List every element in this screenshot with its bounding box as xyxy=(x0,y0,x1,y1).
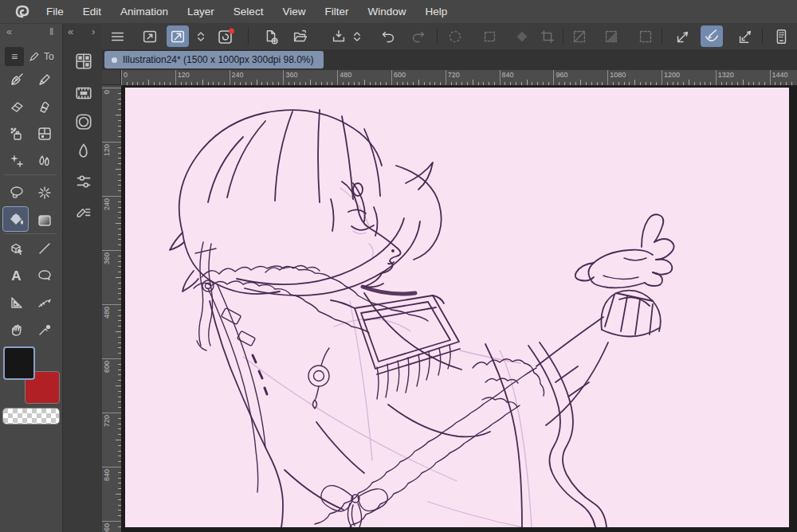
tool-palette-header: « ‖ xyxy=(0,24,62,43)
ruler-corner xyxy=(102,70,121,85)
text-tool-glyph: A xyxy=(11,269,21,283)
canvas[interactable] xyxy=(125,88,789,527)
fill-tool[interactable] xyxy=(2,206,29,232)
panel-menu-icon[interactable]: ≡ xyxy=(5,47,24,66)
tablet-mode-button[interactable] xyxy=(770,25,792,47)
app-logo-icon xyxy=(13,3,32,21)
frame-border-tool[interactable] xyxy=(3,290,29,315)
sub-palette-header: « › xyxy=(63,24,102,43)
reselect-button[interactable] xyxy=(479,25,501,47)
menu-bar: FileEditAnimationLayerSelectViewFilterWi… xyxy=(0,0,797,23)
menu-item[interactable]: View xyxy=(273,6,315,18)
switch-workspace-alt-button[interactable] xyxy=(167,25,189,47)
snap-to-grid-button[interactable] xyxy=(734,25,756,47)
undo-button[interactable] xyxy=(377,25,399,47)
switch-workspace-button[interactable] xyxy=(139,25,161,47)
ruler-vertical[interactable]: 0120240360480600720840960 xyxy=(102,85,121,532)
decoration-tool[interactable] xyxy=(31,121,57,147)
menu-item[interactable]: File xyxy=(37,6,73,18)
canvas-artwork xyxy=(125,88,789,527)
lasso-tool[interactable] xyxy=(3,180,29,205)
menu-item[interactable]: Help xyxy=(415,6,457,18)
main-color-swatch[interactable] xyxy=(3,346,35,380)
tool-separator xyxy=(4,233,57,234)
panel-divider-icon: ‖ xyxy=(49,25,53,37)
new-document-button[interactable] xyxy=(260,25,282,47)
menu-item[interactable]: Window xyxy=(358,6,415,18)
pencil-icon xyxy=(28,50,41,63)
main-menu-button[interactable] xyxy=(107,25,129,47)
snap-to-ruler-button[interactable] xyxy=(672,25,694,47)
workspace-chevrons-button[interactable] xyxy=(190,25,212,47)
balloon-tool[interactable] xyxy=(31,263,57,288)
toolbar-separator xyxy=(248,28,249,45)
transparent-color-swatch[interactable] xyxy=(2,408,60,424)
save-chevrons-button[interactable] xyxy=(346,25,368,47)
sub-palette: « › xyxy=(62,24,102,532)
menu-item[interactable]: Edit xyxy=(73,6,111,18)
toolbar-separator xyxy=(437,28,438,45)
gradient-tool[interactable] xyxy=(31,208,57,233)
snap-to-special-ruler-button[interactable] xyxy=(701,25,723,47)
line-tool[interactable] xyxy=(31,236,57,261)
menu-item[interactable]: Filter xyxy=(315,6,358,18)
object-tool[interactable] xyxy=(3,236,29,261)
crop-button[interactable] xyxy=(536,25,559,47)
canvas-workspace: 0120240360480600720840960108012001320144… xyxy=(102,70,797,532)
deselect-button[interactable] xyxy=(444,25,466,47)
document-tab-title: Illustration24* (1500 x 1000px 300dpi 98… xyxy=(123,54,314,65)
selection-options-button[interactable] xyxy=(634,25,657,47)
menu-item[interactable]: Layer xyxy=(178,6,224,18)
hand-tool[interactable] xyxy=(3,317,29,342)
airbrush-tool[interactable] xyxy=(3,121,29,147)
eraser-tool[interactable] xyxy=(3,94,29,119)
open-clip-studio-button[interactable] xyxy=(214,25,237,47)
ruler-horizontal[interactable]: 0120240360480600720840960108012001320144… xyxy=(121,70,797,85)
sub-tool-detail-panel-icon[interactable] xyxy=(73,201,94,222)
layer-property-panel-icon[interactable] xyxy=(73,111,94,132)
tool-palette-tab-label: To xyxy=(44,51,54,62)
clear-selection-button[interactable] xyxy=(568,25,591,47)
fill-selection-button[interactable] xyxy=(511,25,533,47)
tool-separator xyxy=(4,174,57,175)
timeline-panel-icon[interactable] xyxy=(73,82,94,104)
blend-tool[interactable] xyxy=(31,148,57,174)
toolbar-separator xyxy=(762,28,763,45)
document-tab[interactable]: Illustration24* (1500 x 1000px 300dpi 98… xyxy=(104,51,324,68)
tool-palette-tab[interactable]: ≡ To xyxy=(0,45,62,68)
menu-item[interactable]: Select xyxy=(224,6,273,18)
pen-tool[interactable] xyxy=(3,67,29,92)
pencil-tool[interactable] xyxy=(31,67,57,92)
text-tool[interactable]: A xyxy=(3,263,29,288)
menu-items: FileEditAnimationLayerSelectViewFilterWi… xyxy=(37,0,457,23)
document-tab-strip: Illustration24* (1500 x 1000px 300dpi 98… xyxy=(102,49,797,70)
expand-panel-icon[interactable]: › xyxy=(92,25,95,37)
open-file-button[interactable] xyxy=(289,25,312,47)
magic-wand-tool[interactable] xyxy=(31,180,57,205)
tool-palette: « ‖ ≡ To A xyxy=(0,24,62,532)
eyedropper-tool[interactable] xyxy=(31,317,57,342)
toolbar-separator xyxy=(563,28,563,45)
tool-property-panel-icon[interactable] xyxy=(73,170,94,192)
collapse-panel-icon[interactable]: « xyxy=(6,25,12,37)
collapse-panel-icon[interactable]: « xyxy=(68,25,73,37)
toolbar xyxy=(0,23,797,49)
toolbar-separator xyxy=(662,28,662,45)
correct-line-tool[interactable] xyxy=(31,290,57,315)
navigator-panel-icon[interactable] xyxy=(73,50,94,72)
blend-panel-icon[interactable] xyxy=(73,140,94,162)
menu-item[interactable]: Animation xyxy=(111,6,178,18)
unsaved-indicator-icon xyxy=(112,57,117,63)
blend-marker-tool[interactable] xyxy=(31,94,57,119)
figure-tool[interactable] xyxy=(3,148,29,174)
selection-from-layer-button[interactable] xyxy=(600,25,622,47)
redo-button[interactable] xyxy=(407,25,430,47)
